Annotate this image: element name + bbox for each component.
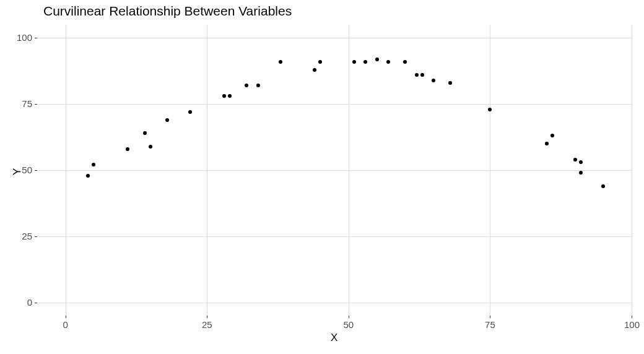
y-gridline [37,236,632,237]
data-point [149,145,152,149]
y-tick [35,170,37,171]
x-tick-label: 100 [624,319,639,330]
y-gridline [37,170,632,171]
data-point [432,79,435,82]
data-point [318,60,322,64]
data-point [573,158,577,162]
data-point [143,131,147,135]
data-point [579,171,583,175]
x-tick [349,316,349,318]
data-point [579,160,583,164]
data-point [86,174,90,178]
y-tick-label: 100 [17,32,32,43]
data-point [279,60,282,64]
data-point [256,84,260,87]
data-point [188,110,192,114]
data-point [375,58,379,61]
x-tick [490,316,490,318]
x-tick-label: 50 [341,319,356,330]
y-tick [35,303,37,303]
y-tick-label: 50 [22,165,32,175]
x-axis-title: X [331,332,337,344]
data-point [386,60,390,64]
y-tick-label: 75 [22,98,32,109]
data-point [313,68,316,72]
x-gridline [632,25,632,316]
x-tick [632,316,632,318]
x-tick-label: 25 [199,319,214,330]
x-tick [66,316,66,318]
x-tick [207,316,207,318]
data-point [420,73,424,77]
y-tick [35,38,37,38]
data-point [352,60,356,64]
y-tick [35,236,37,237]
data-point [415,73,419,77]
y-gridline [37,104,632,105]
chart-container: Curvilinear Relationship Between Variabl… [0,0,644,354]
chart-title: Curvilinear Relationship Between Variabl… [43,4,292,19]
x-tick-label: 75 [482,319,497,330]
y-tick-label: 0 [27,297,32,308]
y-tick-label: 25 [22,231,32,241]
data-point [601,184,605,188]
x-tick-label: 0 [58,319,73,330]
y-gridline [37,38,632,38]
y-tick [35,104,37,105]
y-gridline [37,303,632,303]
